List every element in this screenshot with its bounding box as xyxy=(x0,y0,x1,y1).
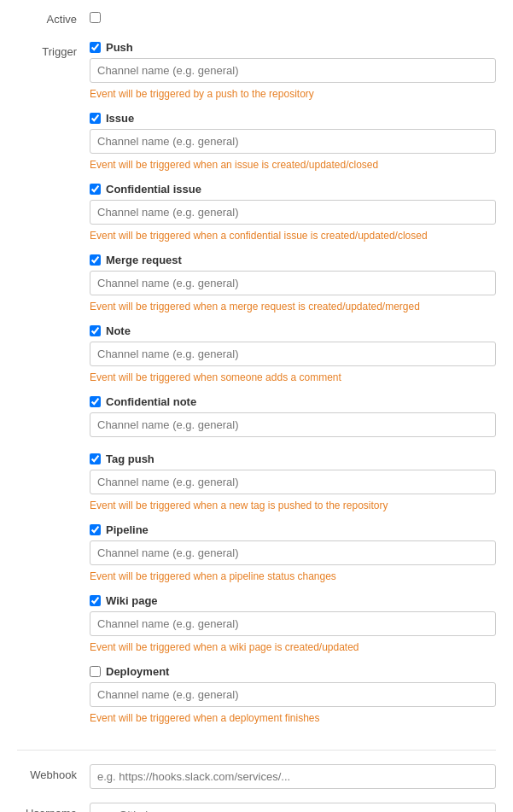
trigger-hint-merge_request: Event will be triggered when a merge req… xyxy=(90,301,496,313)
trigger-label-issue[interactable]: Issue xyxy=(90,112,496,125)
trigger-label-confidential_issue[interactable]: Confidential issue xyxy=(90,183,496,196)
trigger-hint-issue: Event will be triggered when an issue is… xyxy=(90,159,496,171)
trigger-checkbox-wiki_page[interactable] xyxy=(90,595,101,606)
username-label: Username xyxy=(17,803,90,812)
trigger-label-text-confidential_issue: Confidential issue xyxy=(106,183,201,196)
trigger-item-note: NoteEvent will be triggered when someone… xyxy=(90,324,496,383)
trigger-hint-deployment: Event will be triggered when a deploymen… xyxy=(90,712,496,724)
trigger-channel-input-wiki_page[interactable] xyxy=(90,611,496,636)
trigger-checkbox-issue[interactable] xyxy=(90,113,101,124)
trigger-hint-confidential_issue: Event will be triggered when a confident… xyxy=(90,230,496,242)
trigger-label-pipeline[interactable]: Pipeline xyxy=(90,523,496,536)
username-content xyxy=(90,803,496,812)
trigger-checkbox-tag_push[interactable] xyxy=(90,453,101,464)
trigger-checkbox-pipeline[interactable] xyxy=(90,524,101,535)
trigger-label-text-confidential_note: Confidential note xyxy=(106,395,196,408)
divider-1 xyxy=(17,750,496,751)
trigger-checkbox-deployment[interactable] xyxy=(90,666,101,677)
trigger-row: Trigger PushEvent will be triggered by a… xyxy=(17,41,496,736)
trigger-label-text-issue: Issue xyxy=(106,112,134,125)
trigger-hint-pipeline: Event will be triggered when a pipeline … xyxy=(90,570,496,582)
webhook-input[interactable] xyxy=(90,764,496,789)
webhook-content xyxy=(90,764,496,789)
active-label: Active xyxy=(17,9,90,27)
trigger-checkbox-note[interactable] xyxy=(90,325,101,336)
trigger-channel-input-pipeline[interactable] xyxy=(90,540,496,565)
webhook-row: Webhook xyxy=(17,764,496,789)
trigger-item-tag_push: Tag pushEvent will be triggered when a n… xyxy=(90,453,496,511)
trigger-item-confidential_issue: Confidential issueEvent will be triggere… xyxy=(90,183,496,242)
trigger-hint-tag_push: Event will be triggered when a new tag i… xyxy=(90,499,496,511)
webhook-label: Webhook xyxy=(17,764,90,783)
trigger-channel-input-tag_push[interactable] xyxy=(90,470,496,494)
trigger-checkbox-merge_request[interactable] xyxy=(90,254,101,266)
trigger-checkbox-push[interactable] xyxy=(90,42,101,53)
trigger-content: PushEvent will be triggered by a push to… xyxy=(90,41,496,736)
trigger-channel-input-confidential_note[interactable] xyxy=(90,412,496,437)
trigger-label: Trigger xyxy=(17,41,90,60)
trigger-label-tag_push[interactable]: Tag push xyxy=(90,453,496,465)
trigger-hint-wiki_page: Event will be triggered when a wiki page… xyxy=(90,641,496,653)
trigger-label-text-deployment: Deployment xyxy=(106,665,169,678)
trigger-label-text-note: Note xyxy=(106,324,131,337)
trigger-channel-input-deployment[interactable] xyxy=(90,682,496,707)
trigger-label-text-merge_request: Merge request xyxy=(106,254,182,266)
trigger-label-wiki_page[interactable]: Wiki page xyxy=(90,594,496,607)
trigger-checkbox-confidential_note[interactable] xyxy=(90,396,101,407)
trigger-label-note[interactable]: Note xyxy=(90,324,496,337)
trigger-item-issue: IssueEvent will be triggered when an iss… xyxy=(90,112,496,171)
trigger-item-pipeline: PipelineEvent will be triggered when a p… xyxy=(90,523,496,582)
trigger-label-merge_request[interactable]: Merge request xyxy=(90,254,496,266)
trigger-channel-input-confidential_issue[interactable] xyxy=(90,200,496,225)
trigger-channel-input-issue[interactable] xyxy=(90,129,496,154)
trigger-label-text-tag_push: Tag push xyxy=(106,453,154,465)
username-input[interactable] xyxy=(90,803,496,812)
trigger-label-text-pipeline: Pipeline xyxy=(106,523,149,536)
active-row: Active xyxy=(17,9,496,27)
trigger-label-confidential_note[interactable]: Confidential note xyxy=(90,395,496,408)
trigger-item-push: PushEvent will be triggered by a push to… xyxy=(90,41,496,100)
trigger-channel-input-note[interactable] xyxy=(90,342,496,366)
trigger-item-confidential_note: Confidential note xyxy=(90,395,496,441)
trigger-item-merge_request: Merge requestEvent will be triggered whe… xyxy=(90,254,496,313)
trigger-hint-note: Event will be triggered when someone add… xyxy=(90,371,496,383)
trigger-hint-push: Event will be triggered by a push to the… xyxy=(90,88,496,100)
settings-form: Active Trigger PushEvent will be trigger… xyxy=(0,0,513,812)
trigger-label-text-push: Push xyxy=(106,41,133,54)
trigger-channel-input-push[interactable] xyxy=(90,58,496,83)
trigger-item-deployment: DeploymentEvent will be triggered when a… xyxy=(90,665,496,724)
trigger-label-text-wiki_page: Wiki page xyxy=(106,594,158,607)
trigger-channel-input-merge_request[interactable] xyxy=(90,271,496,295)
trigger-label-push[interactable]: Push xyxy=(90,41,496,54)
trigger-checkbox-confidential_issue[interactable] xyxy=(90,184,101,195)
active-checkbox[interactable] xyxy=(90,12,101,23)
active-checkbox-container xyxy=(90,9,101,23)
trigger-label-deployment[interactable]: Deployment xyxy=(90,665,496,678)
trigger-item-wiki_page: Wiki pageEvent will be triggered when a … xyxy=(90,594,496,653)
username-row: Username xyxy=(17,803,496,812)
